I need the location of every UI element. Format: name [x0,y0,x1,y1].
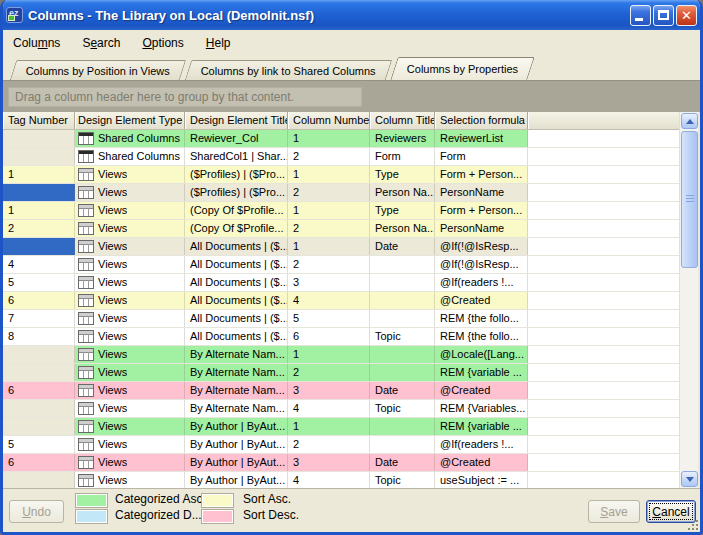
cell-tag-number: 8 [3,328,75,345]
cell-tag-number: 6 [3,292,75,309]
table-row[interactable]: 6 Views All Documents | ($... 4 @Created [3,292,679,310]
table-row[interactable]: 1 Views ($Profiles) | ($Pro... 1 Type Fo… [3,166,679,184]
tab-columns-by-properties[interactable]: Columns by Properties [390,57,535,80]
window-title: Columns - The Library on Local (DemoInit… [28,8,314,23]
cell-column-title: Person Na... [370,184,435,201]
cell-column-title [370,274,435,291]
cell-design-element-type: Views [98,184,127,201]
cell-tag-number: 5 [3,436,75,453]
design-element-icon [78,186,94,199]
table-row[interactable]: 7 Views All Documents | ($... 5 REM {the… [3,310,679,328]
legend-label-categorized-desc: Categorized D... [115,508,202,522]
menu-item-options[interactable]: Options [142,36,183,50]
cell-column-number: 2 [288,436,370,453]
table-row[interactable]: Shared Columns Rewiever_Col 1 Reviewers … [3,130,679,148]
cell-design-element-type: Shared Columns [98,148,180,165]
cell-design-element-type: Views [98,166,127,183]
design-element-icon [78,474,94,487]
cell-design-element-title: All Documents | ($... [185,310,288,327]
table-row[interactable]: Views By Author | ByAut... 1 REM {variab… [3,418,679,436]
cell-design-element-title: By Alternate Nam... [185,400,288,417]
cell-column-title [370,256,435,273]
table-row[interactable]: 1 Views (Copy Of $Profile... 1 Type Form… [3,202,679,220]
maximize-button[interactable] [653,5,674,26]
scroll-up-button[interactable] [681,113,698,129]
cell-design-element-title: By Author | ByAut... [185,472,288,488]
cell-tag-number [3,346,75,363]
table-row[interactable]: Views By Alternate Nam... 2 REM {variabl… [3,364,679,382]
menu-item-columns[interactable]: Columns [13,36,60,50]
menu-item-help[interactable]: Help [206,36,231,50]
table-row[interactable]: Views ($Profiles) | ($Pro... 2 Person Na… [3,184,679,202]
scrollbar-thumb[interactable] [681,131,698,268]
minimize-button[interactable] [630,5,651,26]
table-row[interactable]: 5 Views By Author | ByAut... 2 @If(reade… [3,436,679,454]
cell-column-title [370,418,435,435]
resize-grip-icon[interactable] [686,518,698,530]
cell-column-number: 1 [288,166,370,183]
cell-column-number: 5 [288,310,370,327]
cell-design-element-type: Views [98,310,127,327]
table-row[interactable]: 6 Views By Alternate Nam... 3 Date @Crea… [3,382,679,400]
column-header-column-number[interactable]: Column Number [288,112,370,129]
vertical-scrollbar[interactable] [679,112,698,488]
menu-item-search[interactable]: Search [82,36,120,50]
table-row[interactable]: Views By Author | ByAut... 4 Topic useSu… [3,472,679,488]
group-by-drop-zone[interactable]: Drag a column header here to group by th… [8,87,362,107]
cell-design-element-type: Views [98,346,127,363]
tab-columns-by-position[interactable]: Columns by Position in Views [10,60,187,80]
table-row[interactable]: 5 Views All Documents | ($... 3 @If(read… [3,274,679,292]
cell-tag-number: 6 [3,454,75,471]
scroll-down-button[interactable] [681,471,698,487]
table-row[interactable]: 6 Views By Author | ByAut... 3 Date @Cre… [3,454,679,472]
column-header-design-element-type[interactable]: Design Element Type [75,112,185,129]
cell-design-element-title: ($Profiles) | ($Pro... [185,184,288,201]
table-row[interactable]: Views All Documents | ($... 1 Date @If(!… [3,238,679,256]
cell-column-title [370,310,435,327]
cell-selection-formula: @If(!@IsResp... [435,256,528,273]
cell-design-element-type: Views [98,256,127,273]
table-row[interactable]: Shared Columns SharedCol1 | Shar... 2 Fo… [3,148,679,166]
cell-column-title: Date [370,382,435,399]
grid-rows: Shared Columns Rewiever_Col 1 Reviewers … [3,130,679,488]
cell-column-number: 4 [288,472,370,488]
undo-button[interactable]: Undo [9,500,64,523]
column-header-tag-number[interactable]: Tag Number [3,112,75,129]
cell-column-number: 2 [288,220,370,237]
cell-design-element-title: (Copy Of $Profile... [185,202,288,219]
design-element-icon [78,132,94,145]
save-button[interactable]: Save [588,500,640,523]
cell-column-title: Type [370,166,435,183]
cell-design-element-title: By Alternate Nam... [185,346,288,363]
table-row[interactable]: 8 Views All Documents | ($... 6 Topic RE… [3,328,679,346]
column-header-selection-formula[interactable]: Selection formula [435,112,528,129]
cell-column-number: 3 [288,274,370,291]
column-header-design-element-title[interactable]: Design Element Title [185,112,288,129]
cell-column-number: 2 [288,364,370,381]
table-row[interactable]: 2 Views (Copy Of $Profile... 2 Person Na… [3,220,679,238]
cell-tag-number [3,148,75,165]
cell-column-title: Form [370,148,435,165]
cell-column-title: Reviewers [370,130,435,147]
cell-column-number: 1 [288,130,370,147]
cell-column-title: Type [370,202,435,219]
table-row[interactable]: Views By Alternate Nam... 4 Topic REM {V… [3,400,679,418]
title-bar: ez Columns - The Library on Local (DemoI… [0,0,703,30]
cell-design-element-type: Views [98,202,127,219]
cell-tag-number: 4 [3,256,75,273]
app-icon: ez [6,7,23,23]
cell-selection-formula: PersonName [435,220,528,237]
table-row[interactable]: 4 Views All Documents | ($... 2 @If(!@Is… [3,256,679,274]
menu-bar: Columns Search Options Help [3,30,700,56]
column-header-column-title[interactable]: Column Title [370,112,435,129]
design-element-icon [78,348,94,361]
legend-label-sort-desc: Sort Desc. [243,508,299,522]
cell-column-title [370,346,435,363]
cell-design-element-title: All Documents | ($... [185,292,288,309]
cell-design-element-type: Views [98,382,127,399]
close-button[interactable]: ✕ [676,5,697,26]
design-element-icon [78,150,94,163]
tab-columns-by-link[interactable]: Columns by link to Shared Columns [185,60,392,80]
footer-bar: Undo Categorized Asc. Sort Asc. Categori… [3,488,700,532]
table-row[interactable]: Views By Alternate Nam... 1 @Locale([Lan… [3,346,679,364]
